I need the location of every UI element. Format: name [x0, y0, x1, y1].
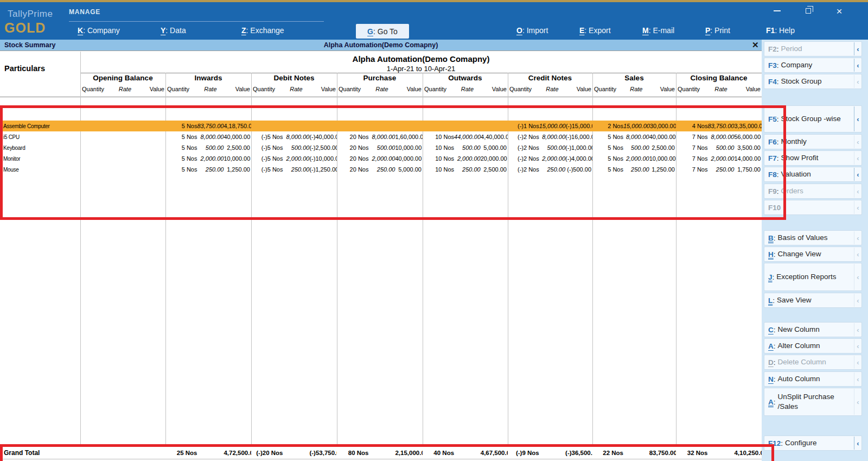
stock-item-name: Keyboard: [0, 145, 80, 151]
sidebar-f4-stock-group[interactable]: F4:Stock Group‹: [764, 74, 862, 89]
stock-item-rows: Assemble Computer5 Nos83,750.004,18,750.…: [0, 121, 762, 175]
table-cell: 5 Nos500.002,500.00: [165, 144, 251, 151]
column-header: Outwards: [423, 74, 508, 86]
table-cell: 5 Nos250.001,250.00: [165, 166, 251, 173]
grand-total-cell: 40 Nos4,67,500.00: [423, 450, 508, 456]
chevron-left-icon: ‹: [854, 437, 861, 450]
manage-menu-label[interactable]: MANAGE: [69, 8, 100, 16]
grand-total-cell: 25 Nos4,72,500.00: [165, 450, 251, 456]
menu-item-exchange[interactable]: Z: Exchange: [241, 26, 284, 35]
chevron-left-icon: ‹: [854, 59, 861, 72]
sidebar-d-delete-column: D:Delete Column‹: [764, 355, 862, 370]
goto-button[interactable]: G: Go To: [356, 24, 409, 39]
stock-summary-report: Alpha Automation(Demo Comapny) 1-Apr-21 …: [0, 51, 762, 461]
function-key-sidebar: F2:Period‹F3:Company‹F4:Stock Group‹F5:S…: [762, 40, 868, 461]
menu-item-export[interactable]: E: Export: [579, 26, 611, 35]
chevron-left-icon: ‹: [854, 75, 861, 88]
report-close-icon[interactable]: ✕: [752, 40, 759, 50]
close-icon[interactable]: ×: [828, 4, 850, 17]
chevron-left-icon: ‹: [854, 231, 861, 244]
table-cell: (-)5 Nos2,000.00(-)10,000.00: [251, 155, 337, 162]
subcolumn-labels: QuantityRateValue: [80, 86, 165, 97]
table-cell: 5 Nos250.001,250.00: [592, 166, 676, 173]
column-gridline: [80, 52, 81, 446]
grand-total-cell: 80 Nos2,15,000.00: [337, 450, 423, 456]
sidebar-b-basis-of-values[interactable]: B:Basis of Values‹: [764, 230, 862, 245]
sidebar-j-exception-reports[interactable]: J:Exception Reports‹: [764, 263, 862, 291]
menu-item-data[interactable]: Y: Data: [161, 26, 186, 35]
report-title-bar: Stock Summary Alpha Automation(Demo Coma…: [0, 40, 868, 51]
report-period: 1-Apr-21 to 10-Apr-21: [80, 65, 762, 73]
grand-total-label: Grand Total: [0, 449, 80, 457]
manage-underline: [69, 21, 324, 22]
top-bar: TallyPrime GOLD MANAGE K: CompanyY: Data…: [0, 0, 868, 40]
table-cell: (-)5 Nos250.00(-)1,250.00: [251, 166, 337, 173]
table-cell: 10 Nos500.005,000.00: [423, 144, 508, 151]
table-row[interactable]: Monitor5 Nos2,000.0010,000.00(-)5 Nos2,0…: [0, 153, 762, 164]
table-cell: 5 Nos2,000.0010,000.00: [165, 155, 251, 162]
tallyprime-window: { "topbar": { "logo": { "line1": "TallyP…: [0, 0, 868, 461]
table-cell: 20 Nos250.005,000.00: [337, 166, 423, 173]
table-cell: 20 Nos500.0010,000.00: [337, 144, 423, 151]
menu-item-e-mail[interactable]: M: E-mail: [642, 26, 674, 35]
sidebar-f5-stock-group-wise[interactable]: F5:Stock Group -wise‹: [764, 105, 862, 132]
sidebar-f8-valuation[interactable]: F8:Valuation‹: [764, 167, 862, 182]
sidebar-f2-period: F2:Period‹: [764, 41, 862, 56]
table-row[interactable]: Assemble Computer5 Nos83,750.004,18,750.…: [0, 121, 762, 131]
menu-item-import[interactable]: O: Import: [516, 26, 548, 35]
chevron-left-icon: ‹: [854, 356, 861, 369]
sidebar-n-auto-column[interactable]: N:Auto Column‹: [764, 371, 862, 387]
grand-total-cell: (-)20 Nos(-)53,750.00: [251, 450, 337, 456]
sidebar-a-unsplit-purchase-sales[interactable]: A:UnSplit Purchase /Sales‹: [764, 388, 862, 416]
column-header: Sales: [592, 74, 676, 86]
stock-item-name: Assemble Computer: [0, 123, 80, 129]
table-cell: 10 Nos250.002,500.00: [423, 166, 508, 173]
sidebar-f6-monthly[interactable]: F6:Monthly‹: [764, 134, 862, 149]
minimize-icon[interactable]: [766, 4, 788, 17]
menu-item-print[interactable]: P: Print: [705, 26, 730, 35]
chevron-left-icon: ‹: [854, 323, 861, 336]
grand-total-cell: 32 Nos4,10,250.00: [676, 450, 762, 456]
sidebar-c-new-column[interactable]: C:New Column‹: [764, 322, 862, 337]
table-cell: 7 Nos2,000.0014,000.00: [676, 155, 762, 162]
grand-total-cell: 22 Nos83,750.00: [592, 450, 676, 456]
tallyprime-logo: TallyPrime: [8, 9, 53, 20]
column-header: Credit Notes: [508, 74, 592, 86]
column-header: Debit Notes: [251, 74, 337, 86]
sidebar-h-change-view[interactable]: H:Change View‹: [764, 247, 862, 262]
sidebar-f9-orders: F9:Orders‹: [764, 184, 862, 199]
chevron-left-icon: ‹: [854, 42, 861, 55]
column-header: Inwards: [165, 74, 251, 86]
chevron-left-icon: ‹: [854, 106, 861, 131]
table-cell: 20 Nos8,000.001,60,000.00: [337, 134, 423, 140]
column-header: Closing Balance: [676, 74, 762, 86]
table-cell: 7 Nos500.003,500.00: [676, 144, 762, 151]
header-divider: [80, 73, 762, 73]
sidebar-a-alter-column[interactable]: A:Alter Column‹: [764, 338, 862, 353]
table-cell: (-)5 Nos8,000.00(-)40,000.00: [251, 134, 337, 140]
table-row[interactable]: i5 CPU5 Nos8,000.0040,000.00(-)5 Nos8,00…: [0, 131, 762, 142]
chevron-left-icon: ‹: [854, 168, 861, 181]
subcolumn-labels: QuantityRateValue: [251, 86, 337, 97]
table-row[interactable]: Mouse5 Nos250.001,250.00(-)5 Nos250.00(-…: [0, 164, 762, 175]
sidebar-f7-show-profit[interactable]: F7:Show Profit‹: [764, 150, 862, 166]
chevron-left-icon: ‹: [854, 151, 861, 165]
grand-total-cell: (-)9 Nos(-)36,500.00: [508, 450, 592, 456]
company-name-bar: Alpha Automation(Demo Comapny): [0, 41, 762, 49]
table-cell: (-)2 Nos2,000.00(-)4,000.00: [508, 155, 592, 162]
sidebar-l-save-view[interactable]: L:Save View‹: [764, 293, 862, 308]
column-group-headers: Opening BalanceInwardsDebit NotesPurchas…: [0, 74, 762, 86]
column-header: Opening Balance: [80, 74, 165, 86]
table-cell: 10 Nos44,000.004,40,000.00: [423, 134, 508, 140]
menu-item-company[interactable]: K: Company: [78, 26, 120, 35]
chevron-left-icon: ‹: [854, 372, 861, 386]
table-cell: 5 Nos500.002,500.00: [592, 144, 676, 151]
menu-item-help[interactable]: F1: Help: [766, 26, 795, 35]
sidebar-f12-configure[interactable]: F12:Configure‹: [764, 435, 862, 451]
chevron-left-icon: ‹: [854, 389, 861, 415]
sidebar-f10-button: F10‹: [764, 200, 862, 215]
table-cell: (-)2 Nos8,000.00(-)16,000.00: [508, 134, 592, 140]
sidebar-f3-company[interactable]: F3:Company‹: [764, 58, 862, 73]
table-row[interactable]: Keyboard5 Nos500.002,500.00(-)5 Nos500.0…: [0, 142, 762, 153]
restore-icon[interactable]: [797, 4, 819, 17]
